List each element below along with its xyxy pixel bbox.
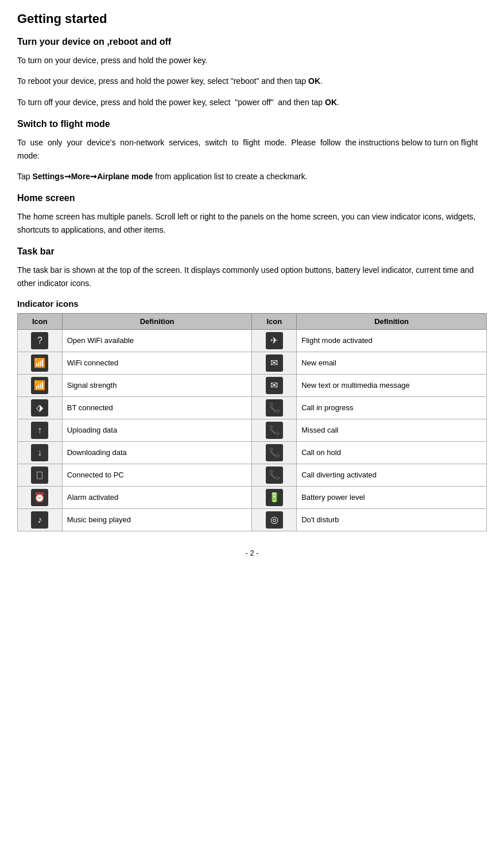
col-header-def1: Definition (62, 313, 252, 329)
def-call-progress: Call in progress (297, 396, 487, 419)
new-email-icon: ✉ (266, 354, 283, 372)
table-row: ♪ Music being played ◎ Do't disturb (18, 508, 487, 531)
indicator-icons-heading: Indicator icons (17, 299, 487, 309)
section-heading-flight-mode: Switch to flight mode (17, 119, 487, 129)
icon-cell-alarm: ⏰ (18, 486, 63, 508)
def-dnd: Do't disturb (297, 508, 487, 531)
icon-cell-pc: ⎕ (18, 464, 63, 486)
table-row: 📶 Signal strength ✉ New text or multimed… (18, 374, 487, 396)
icon-cell-new-message: ✉ (252, 374, 297, 396)
table-row: ↓ Downloading data 📞 Call on hold (18, 441, 487, 464)
def-upload: Uploading data (62, 419, 252, 441)
icon-cell-wifi-open: ? (18, 329, 63, 352)
icon-cell-missed-call: 📞 (252, 419, 297, 441)
table-row: ⎕ Connected to PC 📞 Call diverting activ… (18, 464, 487, 486)
icon-cell-signal: 📶 (18, 374, 63, 396)
alarm-icon: ⏰ (31, 489, 48, 506)
settings-bold: Settings➞More➞Airplane mode (32, 172, 153, 181)
def-new-email: New email (297, 352, 487, 374)
def-call-divert: Call diverting activated (297, 464, 487, 486)
new-message-icon: ✉ (266, 377, 283, 394)
icon-cell-battery: 🔋 (252, 486, 297, 508)
icon-cell-bt: ⬗ (18, 396, 63, 419)
def-download: Downloading data (62, 441, 252, 464)
icon-cell-flight-mode: ✈ (252, 329, 297, 352)
missed-call-icon: 📞 (266, 422, 283, 439)
page-footer: - 2 - (17, 549, 487, 557)
def-new-message: New text or multimedia message (297, 374, 487, 396)
bt-connected-icon: ⬗ (31, 399, 48, 417)
flight-mode-icon: ✈ (266, 332, 283, 349)
def-pc: Connected to PC (62, 464, 252, 486)
col-header-icon2: Icon (252, 313, 297, 329)
paragraph-home-screen: The home screen has multiple panels. Scr… (17, 210, 487, 236)
table-row: ⬗ BT connected 📞 Call in progress (18, 396, 487, 419)
def-battery: Battery power level (297, 486, 487, 508)
def-alarm: Alarm activated (62, 486, 252, 508)
music-icon: ♪ (31, 511, 48, 529)
connected-pc-icon: ⎕ (31, 467, 48, 484)
paragraph-flight-mode-desc: To use only your device's non-network se… (17, 136, 487, 162)
icon-cell-music: ♪ (18, 508, 63, 531)
icon-cell-wifi-connected: 📶 (18, 352, 63, 374)
icon-cell-dnd: ◎ (252, 508, 297, 531)
section-heading-task-bar: Task bar (17, 246, 487, 257)
icon-cell-download: ↓ (18, 441, 63, 464)
def-signal: Signal strength (62, 374, 252, 396)
wifi-connected-icon: 📶 (31, 354, 48, 372)
call-on-hold-icon: 📞 (266, 444, 283, 461)
def-wifi-open: Open WiFi available (62, 329, 252, 352)
def-call-hold: Call on hold (297, 441, 487, 464)
paragraph-task-bar: The task bar is shown at the top of the … (17, 264, 487, 290)
section-heading-turn-on-off: Turn your device on ,reboot and off (17, 37, 487, 47)
icon-cell-new-email: ✉ (252, 352, 297, 374)
bold-ok-reboot: OK (308, 76, 320, 86)
signal-strength-icon: 📶 (31, 377, 48, 394)
table-row: ? Open WiFi available ✈ Flight mode acti… (18, 329, 487, 352)
bold-ok-turnoff: OK (325, 98, 337, 107)
col-header-def2: Definition (297, 313, 487, 329)
table-row: ⏰ Alarm activated 🔋 Battery power level (18, 486, 487, 508)
def-wifi-connected: WiFi connected (62, 352, 252, 374)
call-in-progress-icon: 📞 (266, 399, 283, 417)
call-diverting-icon: 📞 (266, 467, 283, 484)
paragraph-turn-on: To turn on your device, press and hold t… (17, 54, 487, 67)
def-missed-call: Missed call (297, 419, 487, 441)
paragraph-turn-off: To turn off your device, press and hold … (17, 96, 487, 109)
section-heading-home-screen: Home screen (17, 193, 487, 203)
wifi-open-icon: ? (31, 332, 48, 349)
icon-cell-call-hold: 📞 (252, 441, 297, 464)
paragraph-flight-mode-tap: Tap Settings➞More➞Airplane mode from app… (17, 170, 487, 183)
paragraph-reboot: To reboot your device, press and hold th… (17, 75, 487, 87)
table-row: 📶 WiFi connected ✉ New email (18, 352, 487, 374)
uploading-icon: ↑ (31, 422, 48, 439)
icon-cell-call-progress: 📞 (252, 396, 297, 419)
page-title: Getting started (17, 11, 487, 26)
col-header-icon1: Icon (18, 313, 63, 329)
def-flight-mode: Flight mode activated (297, 329, 487, 352)
table-row: ↑ Uploading data 📞 Missed call (18, 419, 487, 441)
def-music: Music being played (62, 508, 252, 531)
page-number: - 2 - (245, 549, 258, 557)
indicator-table: Icon Definition Icon Definition ? Open W… (17, 313, 487, 531)
battery-icon: 🔋 (266, 489, 283, 506)
downloading-icon: ↓ (31, 444, 48, 461)
do-not-disturb-icon: ◎ (266, 511, 283, 529)
icon-cell-call-divert: 📞 (252, 464, 297, 486)
icon-cell-upload: ↑ (18, 419, 63, 441)
def-bt: BT connected (62, 396, 252, 419)
